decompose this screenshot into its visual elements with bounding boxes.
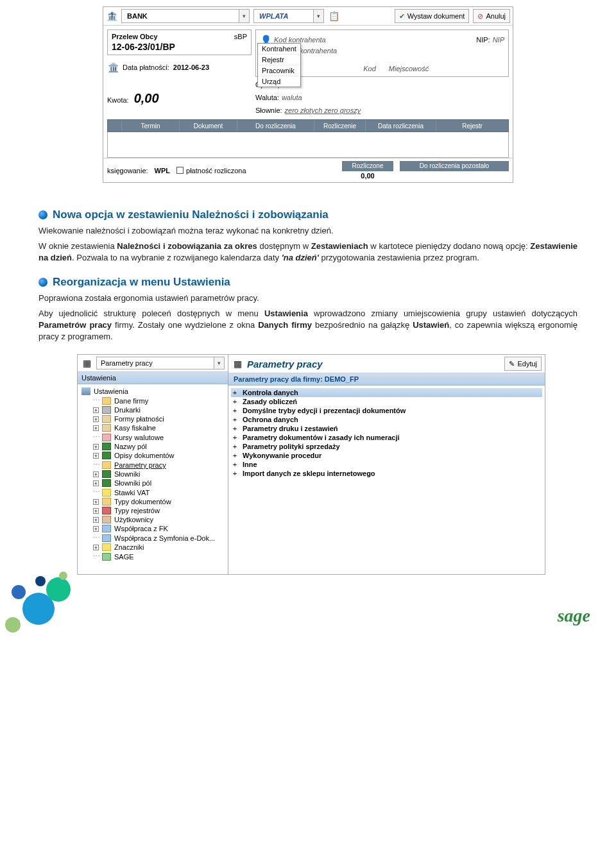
tree-item-stawki-vat[interactable]: ⋯Stawki VAT [78, 488, 228, 497]
tree-item-drukarki[interactable]: +Drukarki [78, 405, 228, 414]
expand-icon[interactable]: + [231, 434, 239, 441]
notepad-icon[interactable]: 📋 [328, 10, 339, 22]
kontrahent-type-dropdown[interactable]: Kontrahent Rejestr Pracownik Urząd [257, 43, 301, 87]
nip-label: NIP: [476, 36, 490, 44]
dropdown-item[interactable]: Rejestr [258, 55, 300, 65]
tree-item-kursy-walutowe[interactable]: ⋯Kursy walutowe [78, 432, 228, 442]
anuluj-button[interactable]: ⊘ Anuluj [473, 9, 510, 23]
tree-item-slowniki[interactable]: +Słowniki [78, 470, 228, 479]
grid-header-rozliczenie[interactable]: Rozliczenie [314, 120, 366, 132]
expand-icon[interactable]: + [93, 508, 99, 514]
expand-icon[interactable]: + [231, 452, 239, 459]
pp-category[interactable]: +Domyślne tryby edycji i prezentacji dok… [231, 406, 542, 415]
tree-item-kasy-fiskalne[interactable]: +Kasy fiskalne [78, 423, 228, 432]
section-heading: Reorganizacja w menu Ustawienia [53, 276, 230, 289]
nip-value[interactable]: NIP [493, 36, 504, 44]
slownie-label: Słownie: [255, 106, 282, 114]
expand-icon[interactable]: + [231, 407, 239, 414]
miejscowosc-label[interactable]: Miejscowość [389, 65, 429, 72]
expand-icon[interactable]: + [231, 461, 239, 468]
expand-icon[interactable]: + [93, 545, 99, 550]
pp-category[interactable]: +Import danych ze sklepu internetowego [231, 469, 542, 478]
grid-header: Termin Dokument Do rozliczenia Rozliczen… [107, 119, 509, 132]
pp-content: ▦ Parametry pracy ✎ Edytuj Parametry pra… [228, 355, 545, 574]
tree-item-znaczniki[interactable]: +Znaczniki [78, 543, 228, 552]
expand-icon[interactable]: + [93, 517, 99, 523]
grid-header-do-rozliczenia[interactable]: Do rozliczenia [237, 120, 314, 132]
dropdown-item[interactable]: Pracownik [258, 65, 300, 76]
tree-item-uzytkownicy[interactable]: +Użytkownicy [78, 515, 228, 524]
dropdown-item[interactable]: Kontrahent [258, 44, 300, 55]
bank-footer: księgowanie: WPL płatność rozliczona Roz… [103, 158, 513, 182]
chevron-down-icon[interactable] [239, 10, 249, 22]
tree-root[interactable]: Ustawienia [78, 387, 228, 396]
parametry-pracy-window: ▦ Parametry pracy Ustawienia Ustawienia … [77, 354, 545, 575]
kod-label[interactable]: Kod [363, 65, 376, 72]
wplata-select[interactable]: WPLATA [253, 9, 324, 23]
section-reorganizacja: Reorganizacja w menu Ustawienia Poprawio… [38, 276, 578, 343]
bullet-icon [38, 210, 47, 219]
chart-icon [102, 434, 111, 441]
expand-icon[interactable]: + [231, 389, 239, 396]
tree-item-slowniki-pol[interactable]: +Słowniki pól [78, 479, 228, 488]
dropdown-item[interactable]: Urząd [258, 76, 300, 87]
tree-item-typy-dokumentow[interactable]: +Typy dokumentów [78, 497, 228, 506]
grid-header-data-rozliczenia[interactable]: Data rozliczenia [366, 120, 436, 132]
pp-category[interactable]: +Inne [231, 460, 542, 469]
waluta-value[interactable]: waluta [282, 94, 302, 101]
tree-item-sage[interactable]: ⋯SAGE [78, 552, 228, 561]
kwota-value[interactable]: 0,00 [134, 91, 159, 106]
settings-tree: Ustawienia ⋯Dane firmy +Drukarki +Formy … [78, 384, 228, 574]
pp-category[interactable]: +Wykonywanie procedur [231, 451, 542, 460]
wystaw-dokument-button[interactable]: ✔ Wystaw dokument [395, 9, 470, 23]
tree-item-opisy-dokumentow[interactable]: +Opisy dokumentów [78, 451, 228, 460]
expand-icon[interactable]: + [93, 453, 99, 459]
ksiegowanie-label: księgowanie: [107, 167, 148, 174]
grid-header-rejestr[interactable]: Rejestr [436, 120, 508, 132]
expand-icon[interactable]: + [93, 499, 99, 505]
form-icon: ▦ [81, 357, 92, 369]
expand-icon[interactable]: + [93, 425, 99, 431]
link-icon [102, 534, 111, 542]
chevron-down-icon[interactable] [313, 10, 323, 22]
tree-item-wspolpraca-fk[interactable]: +Współpraca z FK [78, 524, 228, 533]
tree-item-dane-firmy[interactable]: ⋯Dane firmy [78, 396, 228, 405]
expand-icon[interactable]: + [93, 416, 99, 422]
tree-item-nazwy-pol[interactable]: +Nazwy pól [78, 442, 228, 451]
section-paragraph: Aby ujednolicić strukturę poleceń dostęp… [38, 308, 578, 343]
pp-category[interactable]: +Zasady obliczeń [231, 397, 542, 406]
expand-icon[interactable]: + [93, 407, 99, 413]
platnosc-rozliczona-checkbox[interactable]: płatność rozliczona [176, 167, 246, 174]
checkbox-icon [176, 167, 184, 174]
expand-icon[interactable]: + [93, 526, 99, 532]
pp-category[interactable]: +Parametry druku i zestawień [231, 424, 542, 433]
expand-icon[interactable]: + [93, 444, 99, 450]
payment-info-panel: Przelew Obcy sBP 12-06-23/01/BP [107, 30, 252, 55]
date-label: Data płatności: [123, 64, 169, 71]
grid-header-checkbox[interactable] [108, 120, 122, 132]
grid-header-dokument[interactable]: Dokument [180, 120, 237, 132]
pp-category[interactable]: +Kontrola danych [231, 388, 542, 397]
expand-icon[interactable]: + [231, 416, 239, 423]
pp-category[interactable]: +Ochrona danych [231, 415, 542, 424]
tree-item-parametry-pracy[interactable]: ⋯Parametry pracy [78, 460, 228, 470]
bank-select[interactable]: BANK [121, 9, 250, 23]
expand-icon[interactable]: + [93, 480, 99, 486]
expand-icon[interactable]: + [231, 470, 239, 477]
expand-icon[interactable]: + [231, 425, 239, 432]
pp-select[interactable]: Parametry pracy [96, 357, 225, 369]
edytuj-button[interactable]: ✎ Edytuj [504, 357, 542, 371]
expand-icon[interactable]: + [93, 471, 99, 477]
sage-logo: sage [558, 606, 590, 626]
pp-category[interactable]: +Parametry dokumentów i zasady ich numer… [231, 433, 542, 442]
registry-icon [102, 507, 111, 514]
expand-icon[interactable]: + [231, 398, 239, 405]
expand-icon[interactable]: + [231, 443, 239, 450]
waluta-label: Waluta: [255, 94, 279, 101]
chevron-down-icon[interactable] [214, 357, 224, 369]
grid-header-termin[interactable]: Termin [122, 120, 180, 132]
tree-item-wspolpraca-edok[interactable]: ⋯Współpraca z Symfonia e-Dok... [78, 533, 228, 543]
tree-item-formy-platnosci[interactable]: +Formy płatności [78, 414, 228, 423]
tree-item-typy-rejestrow[interactable]: +Typy rejestrów [78, 506, 228, 515]
pp-category[interactable]: +Parametry polityki sprzedaży [231, 442, 542, 451]
